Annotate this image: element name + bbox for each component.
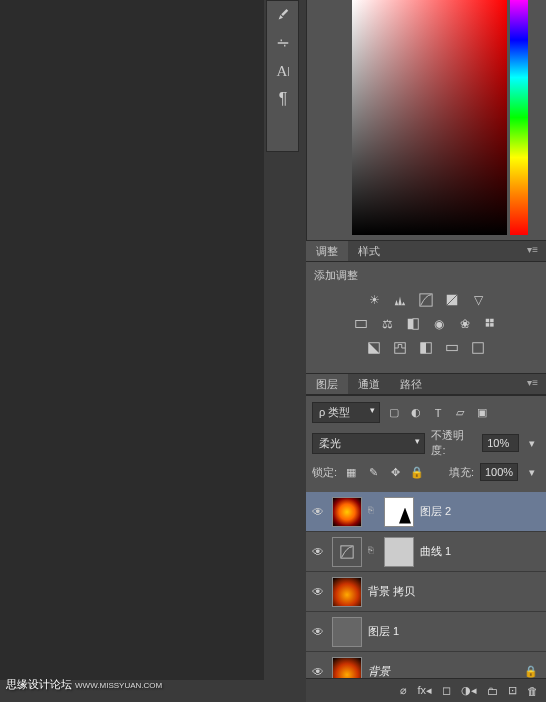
right-panel: 调整 样式 ▾≡ 添加调整 ☀ ▽ ⚖ ◉ ❀ 图层 通道 [306, 0, 546, 702]
levels-icon[interactable] [391, 291, 409, 309]
watermark-url: WWW.MISSYUAN.COM [75, 681, 162, 690]
channel-mixer-icon[interactable]: ❀ [456, 315, 474, 333]
gradient-map-icon[interactable] [443, 339, 461, 357]
layer-name[interactable]: 曲线 1 [420, 544, 451, 559]
opacity-label: 不透明度: [431, 428, 476, 458]
layer-row[interactable]: 👁 图层 1 [306, 612, 546, 652]
visibility-toggle-icon[interactable]: 👁 [310, 504, 326, 520]
brush-tool-icon[interactable] [267, 1, 299, 29]
balance-icon[interactable]: ⚖ [378, 315, 396, 333]
svg-rect-14 [473, 343, 484, 354]
layer-name[interactable]: 背景 [368, 664, 390, 678]
add-adjustment-label: 添加调整 [314, 268, 538, 283]
layer-name[interactable]: 图层 2 [420, 504, 451, 519]
filter-text-icon[interactable]: T [430, 405, 446, 421]
layer-row[interactable]: 👁 ⎘ 曲线 1 [306, 532, 546, 572]
adjustments-panel: 添加调整 ☀ ▽ ⚖ ◉ ❀ [306, 262, 546, 373]
visibility-toggle-icon[interactable]: 👁 [310, 624, 326, 640]
filter-adjust-icon[interactable]: ◐ [408, 405, 424, 421]
svg-rect-6 [490, 319, 494, 323]
tab-channels[interactable]: 通道 [348, 374, 390, 394]
svg-rect-5 [486, 319, 490, 323]
watermark-text: 思缘设计论坛 [6, 678, 72, 690]
vertical-toolbar: A| ¶ [266, 0, 299, 152]
layer-row[interactable]: 👁 背景 🔒 [306, 652, 546, 678]
exposure-icon[interactable] [443, 291, 461, 309]
fill-dropdown-icon[interactable]: ▾ [524, 464, 540, 480]
opacity-dropdown-icon[interactable]: ▾ [525, 435, 540, 451]
layers-panel: 👁 ⎘ 图层 2 👁 ⎘ 曲线 1 👁 背景 拷贝 👁 [306, 492, 546, 702]
svg-rect-12 [421, 343, 426, 354]
layer-thumbnail[interactable] [332, 657, 362, 679]
layer-mask-thumbnail[interactable] [384, 537, 414, 567]
svg-rect-7 [486, 323, 490, 327]
visibility-toggle-icon[interactable]: 👁 [310, 664, 326, 679]
lock-all-icon[interactable]: 🔒 [409, 464, 425, 480]
tab-layers[interactable]: 图层 [306, 374, 348, 394]
tab-paths[interactable]: 路径 [390, 374, 432, 394]
delete-layer-icon[interactable]: 🗑 [527, 685, 538, 697]
watermark: 思缘设计论坛 WWW.MISSYUAN.COM [6, 677, 162, 692]
photo-filter-icon[interactable]: ◉ [430, 315, 448, 333]
opacity-value[interactable]: 10% [482, 434, 519, 452]
adjustment-brush-icon[interactable] [267, 29, 299, 57]
hue-slider[interactable] [510, 0, 528, 235]
hue-icon[interactable] [352, 315, 370, 333]
layer-thumbnail[interactable] [332, 497, 362, 527]
svg-rect-8 [490, 323, 494, 327]
svg-rect-2 [356, 321, 367, 328]
mask-link-icon[interactable]: ⎘ [368, 545, 378, 559]
lock-paint-icon[interactable]: ✎ [365, 464, 381, 480]
bw-icon[interactable] [404, 315, 422, 333]
link-layers-icon[interactable]: ⌀ [400, 684, 407, 697]
svg-rect-13 [447, 345, 458, 350]
paragraph-tool-icon[interactable]: ¶ [267, 85, 299, 113]
lock-label: 锁定: [312, 465, 337, 480]
text-tool-icon[interactable]: A| [267, 57, 299, 85]
layer-name[interactable]: 背景 拷贝 [368, 584, 415, 599]
layer-thumbnail[interactable] [332, 577, 362, 607]
vibrance-icon[interactable]: ▽ [469, 291, 487, 309]
lock-position-icon[interactable]: ✥ [387, 464, 403, 480]
filter-kind-dropdown[interactable]: ρ 类型 [312, 402, 380, 423]
filter-shape-icon[interactable]: ▱ [452, 405, 468, 421]
mask-link-icon[interactable]: ⎘ [368, 505, 378, 519]
layers-panel-menu-icon[interactable]: ▾≡ [519, 374, 546, 394]
layer-fx-icon[interactable]: fx◂ [417, 684, 432, 697]
fill-value[interactable]: 100% [480, 463, 518, 481]
canvas-area [0, 0, 264, 680]
brightness-icon[interactable]: ☀ [365, 291, 383, 309]
new-adjustment-icon[interactable]: ◑◂ [461, 684, 477, 697]
new-group-icon[interactable]: 🗀 [487, 685, 498, 697]
blend-mode-dropdown[interactable]: 柔光 [312, 433, 425, 454]
svg-rect-3 [408, 319, 413, 330]
filter-smart-icon[interactable]: ▣ [474, 405, 490, 421]
fill-label: 填充: [449, 465, 474, 480]
tab-adjustments[interactable]: 调整 [306, 241, 348, 261]
layer-thumbnail[interactable] [332, 617, 362, 647]
layer-row[interactable]: 👁 ⎘ 图层 2 [306, 492, 546, 532]
new-layer-icon[interactable]: ⊡ [508, 684, 517, 697]
panel-menu-icon[interactable]: ▾≡ [519, 241, 546, 261]
threshold-icon[interactable] [417, 339, 435, 357]
layer-mask-thumbnail[interactable] [384, 497, 414, 527]
layer-name[interactable]: 图层 1 [368, 624, 399, 639]
filter-pixel-icon[interactable]: ▢ [386, 405, 402, 421]
layers-list: 👁 ⎘ 图层 2 👁 ⎘ 曲线 1 👁 背景 拷贝 👁 [306, 492, 546, 678]
lock-transparent-icon[interactable]: ▦ [343, 464, 359, 480]
adjustment-thumbnail[interactable] [332, 537, 362, 567]
add-mask-icon[interactable]: ◻ [442, 684, 451, 697]
posterize-icon[interactable] [391, 339, 409, 357]
visibility-toggle-icon[interactable]: 👁 [310, 584, 326, 600]
color-field[interactable] [352, 0, 507, 235]
layer-row[interactable]: 👁 背景 拷贝 [306, 572, 546, 612]
adjustment-icons-row3 [314, 339, 538, 357]
layer-properties: ρ 类型 ▢ ◐ T ▱ ▣ 柔光 不透明度: 10% ▾ 锁定: ▦ ✎ ✥ … [306, 395, 546, 492]
color-lookup-icon[interactable] [482, 315, 500, 333]
curves-icon[interactable] [417, 291, 435, 309]
tab-styles[interactable]: 样式 [348, 241, 390, 261]
invert-icon[interactable] [365, 339, 383, 357]
selective-color-icon[interactable] [469, 339, 487, 357]
visibility-toggle-icon[interactable]: 👁 [310, 544, 326, 560]
layers-bottom-bar: ⌀ fx◂ ◻ ◑◂ 🗀 ⊡ 🗑 [306, 678, 546, 702]
